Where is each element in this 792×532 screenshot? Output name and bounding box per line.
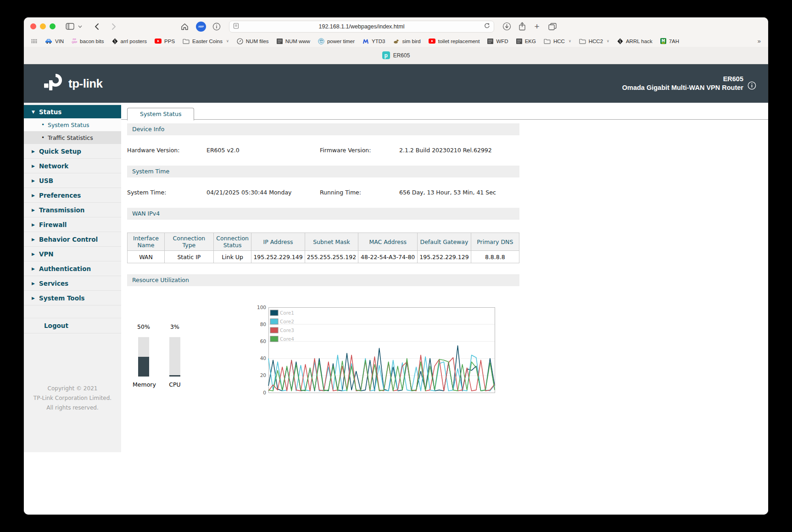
memory-percent: 50% <box>133 323 155 330</box>
bookmark-toilet-replacement[interactable]: toilet replacement <box>429 39 480 44</box>
legend-label-core3: Core3 <box>280 327 294 333</box>
bookmark-7ah[interactable]: M7AH <box>660 38 679 44</box>
wan-table-cell: 255.255.255.192 <box>305 251 358 263</box>
bookmark-ytd3[interactable]: YTD3 <box>363 39 385 44</box>
tab-overview-icon[interactable] <box>547 21 558 33</box>
chevron-down-icon: ∨ <box>226 39 229 43</box>
sidebar-item-status[interactable]: ▼Status <box>24 105 121 118</box>
sidebar-chevron-icon[interactable] <box>76 21 84 33</box>
svg-text:60: 60 <box>260 338 266 344</box>
url-text[interactable]: 192.168.1.1/webpages/index.html <box>239 23 484 30</box>
hardware-version-label: Hardware Version: <box>127 147 206 154</box>
zoom-window-button[interactable] <box>50 23 56 29</box>
sidebar-item-preferences[interactable]: ▶Preferences <box>24 188 121 203</box>
device-info-icon[interactable] <box>747 81 756 92</box>
bookmark-num-www[interactable]: NUM www <box>277 39 310 44</box>
fpqrp-icon: FPQRP <box>72 39 77 44</box>
logout-button[interactable]: Logout <box>24 318 121 333</box>
sidebar-item-system-tools[interactable]: ▶System Tools <box>24 291 121 305</box>
share-icon[interactable] <box>516 21 528 33</box>
wan-table-cell: 48-22-54-A3-74-80 <box>358 251 418 263</box>
sidebar-subitem-system-status[interactable]: •System Status <box>24 118 121 131</box>
sidebar-item-vpn[interactable]: ▶VPN <box>24 247 121 261</box>
bookmark-arrl-posters[interactable]: arrl posters <box>112 38 147 44</box>
sidebar-item-quick-setup[interactable]: ▶Quick Setup <box>24 144 121 159</box>
bookmark-sim-bird[interactable]: sim bird <box>393 39 420 44</box>
chevron-collapsed-icon: ▶ <box>32 149 39 154</box>
chevron-collapsed-icon: ▶ <box>32 208 39 212</box>
minimize-window-button[interactable] <box>40 23 46 29</box>
cpu-gauge: 3% CPU <box>164 323 186 388</box>
sidebar-item-label: Firewall <box>39 221 67 228</box>
tab-title[interactable]: ER605 <box>393 52 410 59</box>
refresh-icon[interactable] <box>484 22 490 31</box>
bookmark-ekg[interactable]: EKG <box>516 39 536 44</box>
folder-icon <box>183 39 190 44</box>
bookmark-hcc2[interactable]: HCC2∨ <box>579 39 609 44</box>
sidebar-item-authentication[interactable]: ▶Authentication <box>24 261 121 276</box>
info-icon[interactable] <box>211 21 223 33</box>
legend-label-core2: Core2 <box>280 319 294 324</box>
close-window-button[interactable] <box>30 23 36 29</box>
sidebar-item-label: Authentication <box>39 265 91 272</box>
sidebar-item-services[interactable]: ▶Services <box>24 276 121 291</box>
legend-label-core4: Core4 <box>280 336 294 342</box>
bookmark-label: sim bird <box>402 39 420 44</box>
green-m-icon: M <box>660 38 666 44</box>
new-tab-icon[interactable]: + <box>531 21 543 33</box>
adblock-badge-icon[interactable]: ABP <box>195 21 207 33</box>
sidebar-item-firewall[interactable]: ▶Firewall <box>24 217 121 232</box>
folder-icon <box>544 39 551 44</box>
svg-text:40: 40 <box>260 355 266 361</box>
blue-m-icon <box>363 39 369 44</box>
bookmarks-overflow-icon[interactable]: » <box>758 38 761 44</box>
memory-gauge: 50% Memory <box>133 323 155 388</box>
tab-system-status[interactable]: System Status <box>127 108 194 121</box>
bookmark-arrl-hack[interactable]: ARRL hack <box>617 38 653 44</box>
cpu-label: CPU <box>164 381 186 388</box>
bookmark-hcc[interactable]: HCC∨ <box>544 39 571 44</box>
folder-icon <box>579 39 586 44</box>
wan-table-cell: 195.252.229.129 <box>418 251 471 263</box>
copyright-line: TP-Link Corporation Limited. <box>24 393 121 403</box>
page-content: ▼Status•System Status•Traffic Statistics… <box>24 103 768 515</box>
back-icon[interactable] <box>90 21 102 33</box>
bookmark-bacon-bits[interactable]: FPQRPbacon bits <box>72 39 104 44</box>
bookmark-pps[interactable]: PPS <box>155 39 175 44</box>
sidebar-item-label: Services <box>39 280 68 287</box>
bookmark-easter-coins[interactable]: Easter Coins∨ <box>183 39 229 44</box>
wan-table-row: WANStatic IPLink Up195.252.229.149255.25… <box>128 251 519 263</box>
show-all-bookmarks-button[interactable] <box>31 39 37 44</box>
sidebar-item-usb[interactable]: ▶USB <box>24 173 121 188</box>
system-time-row: System Time: 04/21/2025 05:30:44 Monday … <box>127 177 519 208</box>
bookmark-num-files[interactable]: NUM files <box>237 38 269 44</box>
sidebar-item-behavior-control[interactable]: ▶Behavior Control <box>24 232 121 247</box>
reader-icon[interactable] <box>233 22 239 31</box>
section-system-time: System Time <box>127 166 519 177</box>
app-header: tp-link ER605 Omada Gigabit Multi-WAN VP… <box>24 64 768 103</box>
download-icon[interactable] <box>501 21 513 33</box>
bookmark-vin[interactable]: VIN <box>45 39 64 44</box>
home-icon[interactable] <box>178 21 190 33</box>
chevron-collapsed-icon: ▶ <box>32 281 39 286</box>
forward-icon[interactable] <box>108 21 120 33</box>
bookmarks-bar: VINFPQRPbacon bitsarrl postersPPSEaster … <box>24 35 768 47</box>
wan-table: Interface NameConnection TypeConnection … <box>127 233 519 263</box>
sidebar-subitem-traffic-statistics[interactable]: •Traffic Statistics <box>24 131 121 144</box>
sidebar-item-label: Behavior Control <box>39 236 98 243</box>
diamond-icon <box>617 38 623 44</box>
bookmark-power-timer[interactable]: power timer <box>318 38 355 44</box>
sidebar-item-transmission[interactable]: ▶Transmission <box>24 203 121 217</box>
sidebar-item-label: Transmission <box>39 206 84 214</box>
compass-icon <box>237 38 243 44</box>
sidebar-item-network[interactable]: ▶Network <box>24 159 121 173</box>
bookmark-wfd[interactable]: WFD <box>487 39 508 44</box>
bookmarks-grid-icon <box>31 39 37 44</box>
wan-table-cell: 195.252.229.149 <box>251 251 305 263</box>
legend-swatch-core2 <box>270 319 278 324</box>
url-field[interactable]: 192.168.1.1/webpages/index.html <box>229 21 494 33</box>
wan-table-cell: 8.8.8.8 <box>471 251 519 263</box>
chevron-down-icon: ∨ <box>569 39 571 43</box>
sidebar-toggle-icon[interactable] <box>64 21 76 33</box>
bookmark-label: EKG <box>525 39 536 44</box>
